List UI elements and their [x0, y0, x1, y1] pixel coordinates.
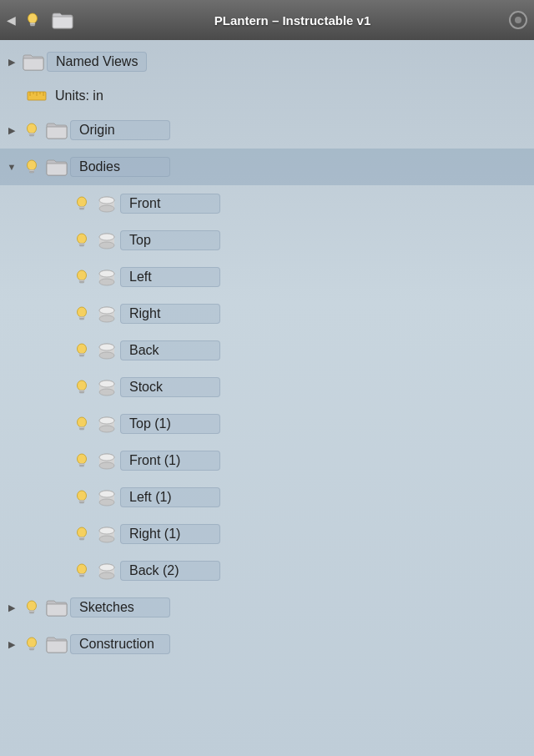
units-row: Units: in: [0, 80, 534, 112]
svg-point-64: [78, 454, 87, 464]
body-bulb-icon-9: [72, 524, 92, 544]
svg-rect-24: [80, 245, 84, 247]
body-cylinder-icon-6: [95, 414, 118, 434]
svg-point-91: [99, 564, 114, 571]
app-title: PLantern – Instructable v1: [81, 13, 504, 28]
sketches-label: Sketches: [70, 597, 170, 617]
svg-point-56: [99, 381, 114, 387]
svg-rect-23: [79, 244, 84, 245]
svg-rect-1: [30, 23, 35, 25]
svg-rect-65: [79, 464, 84, 466]
svg-point-70: [99, 454, 114, 461]
bodies-row[interactable]: Bodies: [0, 149, 534, 185]
body-cylinder-icon-7: [95, 451, 118, 471]
svg-point-57: [78, 417, 87, 427]
svg-point-77: [99, 491, 114, 497]
body-bulb-icon-0: [72, 194, 92, 214]
svg-rect-58: [79, 427, 84, 429]
body-item-row-1[interactable]: Top: [0, 222, 534, 259]
svg-rect-11: [30, 135, 34, 137]
svg-point-83: [99, 536, 114, 542]
sketches-bulb-icon: [22, 597, 42, 617]
svg-rect-37: [79, 317, 84, 319]
body-item-label-4: Back: [120, 340, 220, 360]
construction-bulb-icon: [22, 634, 42, 654]
svg-point-76: [99, 499, 114, 506]
svg-point-92: [28, 601, 37, 611]
svg-point-12: [28, 160, 37, 170]
body-item-row-5[interactable]: Stock: [0, 369, 534, 406]
svg-rect-45: [80, 355, 84, 357]
body-bulb-icon-3: [72, 304, 92, 324]
body-cylinder-icon-5: [95, 377, 118, 397]
record-button[interactable]: [509, 11, 527, 29]
svg-rect-72: [79, 501, 84, 502]
body-item-row-8[interactable]: Left (1): [0, 479, 534, 516]
svg-point-90: [99, 572, 114, 579]
body-item-row-4[interactable]: Back: [0, 332, 534, 369]
svg-rect-80: [80, 539, 84, 541]
construction-row[interactable]: Construction: [0, 626, 534, 663]
svg-point-0: [28, 13, 38, 23]
svg-point-35: [99, 270, 114, 277]
svg-point-15: [78, 197, 87, 207]
construction-expand[interactable]: [3, 636, 20, 653]
construction-folder-icon: [45, 634, 68, 654]
body-bulb-icon-10: [72, 561, 92, 581]
body-item-row-9[interactable]: Right (1): [0, 516, 534, 552]
units-icon: [25, 86, 48, 106]
body-item-label-8: Left (1): [120, 487, 220, 507]
body-cylinder-icon-3: [95, 304, 118, 324]
body-item-row-2[interactable]: Left: [0, 259, 534, 295]
origin-expand[interactable]: [3, 122, 20, 139]
svg-point-34: [99, 279, 114, 285]
app-header: ◀ PLantern – Instructable v1: [0, 0, 534, 40]
body-cylinder-icon-2: [95, 267, 118, 287]
svg-rect-17: [80, 209, 84, 210]
svg-rect-86: [79, 574, 84, 576]
body-item-label-3: Right: [120, 304, 220, 324]
named-views-row[interactable]: Named Views: [0, 43, 534, 80]
svg-point-48: [99, 352, 114, 359]
svg-rect-66: [80, 466, 84, 467]
units-label: Units: in: [50, 88, 108, 103]
svg-point-49: [99, 344, 114, 350]
svg-rect-30: [79, 280, 84, 282]
body-item-row-0[interactable]: Front: [0, 185, 534, 222]
body-item-row-10[interactable]: Back (2): [0, 552, 534, 589]
body-item-label-6: Top (1): [120, 414, 220, 434]
body-cylinder-icon-1: [95, 230, 118, 250]
body-item-row-6[interactable]: Top (1): [0, 406, 534, 442]
svg-rect-44: [79, 354, 84, 355]
svg-point-78: [78, 527, 87, 537]
svg-point-20: [99, 205, 114, 212]
body-cylinder-icon-0: [95, 194, 118, 214]
svg-point-28: [99, 234, 114, 240]
sketches-row[interactable]: Sketches: [0, 589, 534, 626]
svg-rect-10: [29, 134, 34, 135]
svg-point-29: [78, 270, 87, 280]
origin-row[interactable]: Origin: [0, 112, 534, 149]
bodies-expand[interactable]: [3, 159, 20, 175]
named-views-expand[interactable]: [3, 53, 20, 70]
body-item-row-3[interactable]: Right: [0, 295, 534, 332]
body-bulb-icon-1: [72, 230, 92, 250]
body-cylinder-icon-8: [95, 487, 118, 507]
svg-point-42: [99, 307, 114, 314]
body-cylinder-icon-9: [95, 524, 118, 544]
svg-point-62: [99, 426, 114, 432]
svg-rect-96: [29, 648, 34, 649]
svg-point-95: [28, 638, 37, 648]
body-item-row-7[interactable]: Front (1): [0, 442, 534, 479]
collapse-triangle[interactable]: ◀: [7, 13, 16, 27]
sketches-expand[interactable]: [3, 599, 20, 616]
origin-folder-icon: [45, 120, 68, 140]
body-item-label-9: Right (1): [120, 524, 220, 544]
svg-point-21: [99, 197, 114, 204]
svg-rect-51: [79, 391, 84, 392]
svg-point-22: [78, 234, 87, 244]
svg-rect-94: [30, 612, 34, 614]
body-bulb-icon-8: [72, 487, 92, 507]
svg-rect-16: [79, 207, 84, 209]
body-item-label-1: Top: [120, 230, 220, 250]
